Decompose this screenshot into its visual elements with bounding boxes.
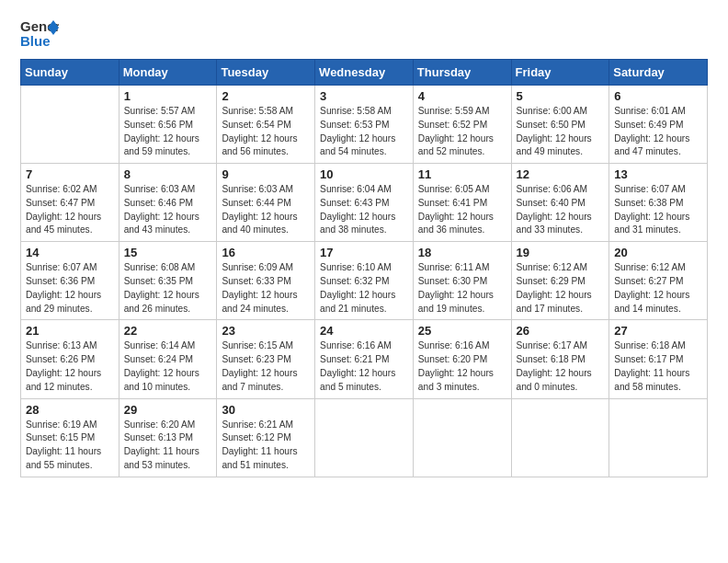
col-thursday: Thursday [413,60,511,86]
day-info: Sunrise: 6:11 AM Sunset: 6:30 PM Dayligh… [418,261,506,316]
day-info: Sunrise: 6:09 AM Sunset: 6:33 PM Dayligh… [222,261,310,316]
calendar-cell: 5Sunrise: 6:00 AM Sunset: 6:50 PM Daylig… [511,86,609,164]
day-number: 4 [418,89,506,103]
calendar-week-row: 14Sunrise: 6:07 AM Sunset: 6:36 PM Dayli… [21,242,708,320]
logo-svg-container: General Blue [20,17,59,50]
day-info: Sunrise: 6:16 AM Sunset: 6:21 PM Dayligh… [320,339,408,394]
calendar-cell: 18Sunrise: 6:11 AM Sunset: 6:30 PM Dayli… [413,242,511,320]
day-info: Sunrise: 6:15 AM Sunset: 6:23 PM Dayligh… [222,339,310,394]
calendar-cell: 6Sunrise: 6:01 AM Sunset: 6:49 PM Daylig… [609,86,708,164]
day-number: 25 [418,324,506,338]
day-info: Sunrise: 5:58 AM Sunset: 6:54 PM Dayligh… [222,105,310,159]
calendar-cell: 29Sunrise: 6:20 AM Sunset: 6:13 PM Dayli… [119,398,217,477]
day-info: Sunrise: 6:07 AM Sunset: 6:36 PM Dayligh… [26,261,114,316]
calendar-cell: 4Sunrise: 5:59 AM Sunset: 6:52 PM Daylig… [413,86,511,164]
day-number: 7 [26,167,114,181]
day-number: 20 [614,246,702,259]
calendar-week-row: 21Sunrise: 6:13 AM Sunset: 6:26 PM Dayli… [21,320,708,398]
day-number: 15 [124,246,212,259]
calendar-cell: 21Sunrise: 6:13 AM Sunset: 6:26 PM Dayli… [21,320,119,398]
col-saturday: Saturday [609,60,708,86]
header: General Blue [20,17,708,50]
day-info: Sunrise: 6:12 AM Sunset: 6:27 PM Dayligh… [614,261,702,316]
logo: General Blue [20,17,59,50]
day-number: 26 [517,324,605,338]
col-tuesday: Tuesday [217,60,315,86]
calendar-cell: 1Sunrise: 5:57 AM Sunset: 6:56 PM Daylig… [119,86,217,164]
calendar-cell [21,86,119,164]
day-number: 9 [222,167,310,181]
calendar-cell: 7Sunrise: 6:02 AM Sunset: 6:47 PM Daylig… [21,164,119,242]
day-info: Sunrise: 6:20 AM Sunset: 6:13 PM Dayligh… [124,419,212,473]
day-number: 17 [320,246,408,259]
calendar-cell: 8Sunrise: 6:03 AM Sunset: 6:46 PM Daylig… [119,164,217,242]
day-number: 27 [614,324,702,338]
calendar-cell: 19Sunrise: 6:12 AM Sunset: 6:29 PM Dayli… [511,242,609,320]
day-number: 6 [614,89,702,103]
day-info: Sunrise: 6:03 AM Sunset: 6:46 PM Dayligh… [124,183,212,237]
calendar-cell [511,398,609,477]
day-info: Sunrise: 6:10 AM Sunset: 6:32 PM Dayligh… [320,261,408,316]
day-info: Sunrise: 6:08 AM Sunset: 6:35 PM Dayligh… [124,261,212,316]
col-wednesday: Wednesday [315,60,414,86]
calendar-week-row: 1Sunrise: 5:57 AM Sunset: 6:56 PM Daylig… [21,86,708,164]
day-number: 23 [222,324,310,338]
page: General Blue Sunday Monday Tuesday Wedne… [0,0,728,563]
calendar-cell: 23Sunrise: 6:15 AM Sunset: 6:23 PM Dayli… [217,320,315,398]
day-info: Sunrise: 6:04 AM Sunset: 6:43 PM Dayligh… [320,183,408,237]
calendar-cell [413,398,511,477]
calendar-cell: 3Sunrise: 5:58 AM Sunset: 6:53 PM Daylig… [315,86,414,164]
day-info: Sunrise: 6:00 AM Sunset: 6:50 PM Dayligh… [517,105,605,159]
calendar-cell: 12Sunrise: 6:06 AM Sunset: 6:40 PM Dayli… [511,164,609,242]
day-info: Sunrise: 6:06 AM Sunset: 6:40 PM Dayligh… [517,183,605,237]
day-number: 21 [26,324,114,338]
day-info: Sunrise: 6:12 AM Sunset: 6:29 PM Dayligh… [517,261,605,316]
calendar-header-row: Sunday Monday Tuesday Wednesday Thursday… [21,60,708,86]
day-info: Sunrise: 5:58 AM Sunset: 6:53 PM Dayligh… [320,105,408,159]
day-number: 28 [26,403,114,417]
day-number: 11 [418,167,506,181]
calendar-cell [315,398,414,477]
day-info: Sunrise: 6:17 AM Sunset: 6:18 PM Dayligh… [517,339,605,394]
svg-text:Blue: Blue [20,33,51,49]
calendar-table: Sunday Monday Tuesday Wednesday Thursday… [20,59,708,477]
day-number: 2 [222,89,310,103]
calendar-week-row: 28Sunrise: 6:19 AM Sunset: 6:15 PM Dayli… [21,398,708,477]
day-number: 16 [222,246,310,259]
day-info: Sunrise: 6:05 AM Sunset: 6:41 PM Dayligh… [418,183,506,237]
day-info: Sunrise: 6:16 AM Sunset: 6:20 PM Dayligh… [418,339,506,394]
day-info: Sunrise: 6:19 AM Sunset: 6:15 PM Dayligh… [26,419,114,473]
day-number: 30 [222,403,310,417]
day-number: 5 [517,89,605,103]
logo-icon: General Blue [20,17,59,50]
calendar-cell: 28Sunrise: 6:19 AM Sunset: 6:15 PM Dayli… [21,398,119,477]
day-info: Sunrise: 6:18 AM Sunset: 6:17 PM Dayligh… [614,339,702,394]
day-info: Sunrise: 6:03 AM Sunset: 6:44 PM Dayligh… [222,183,310,237]
day-number: 18 [418,246,506,259]
calendar-cell: 20Sunrise: 6:12 AM Sunset: 6:27 PM Dayli… [609,242,708,320]
col-friday: Friday [511,60,609,86]
day-number: 8 [124,167,212,181]
day-number: 19 [517,246,605,259]
col-sunday: Sunday [21,60,119,86]
day-number: 1 [124,89,212,103]
calendar-cell: 22Sunrise: 6:14 AM Sunset: 6:24 PM Dayli… [119,320,217,398]
calendar-cell: 2Sunrise: 5:58 AM Sunset: 6:54 PM Daylig… [217,86,315,164]
calendar-cell: 14Sunrise: 6:07 AM Sunset: 6:36 PM Dayli… [21,242,119,320]
day-info: Sunrise: 5:59 AM Sunset: 6:52 PM Dayligh… [418,105,506,159]
day-info: Sunrise: 5:57 AM Sunset: 6:56 PM Dayligh… [124,105,212,159]
day-info: Sunrise: 6:01 AM Sunset: 6:49 PM Dayligh… [614,105,702,159]
day-number: 14 [26,246,114,259]
calendar-cell: 16Sunrise: 6:09 AM Sunset: 6:33 PM Dayli… [217,242,315,320]
calendar-cell: 10Sunrise: 6:04 AM Sunset: 6:43 PM Dayli… [315,164,414,242]
day-number: 10 [320,167,408,181]
day-number: 22 [124,324,212,338]
day-number: 13 [614,167,702,181]
calendar-cell: 30Sunrise: 6:21 AM Sunset: 6:12 PM Dayli… [217,398,315,477]
calendar-cell: 11Sunrise: 6:05 AM Sunset: 6:41 PM Dayli… [413,164,511,242]
calendar-cell: 9Sunrise: 6:03 AM Sunset: 6:44 PM Daylig… [217,164,315,242]
day-info: Sunrise: 6:02 AM Sunset: 6:47 PM Dayligh… [26,183,114,237]
day-number: 12 [517,167,605,181]
day-info: Sunrise: 6:13 AM Sunset: 6:26 PM Dayligh… [26,339,114,394]
day-info: Sunrise: 6:14 AM Sunset: 6:24 PM Dayligh… [124,339,212,394]
